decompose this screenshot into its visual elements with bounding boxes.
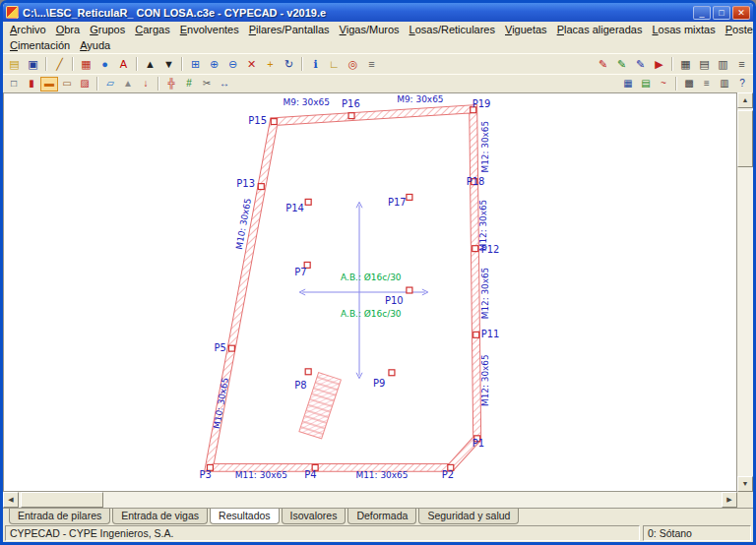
scroll-down-button[interactable]: ▼ — [737, 476, 753, 492]
column-marker[interactable] — [228, 345, 234, 351]
draw-line-icon[interactable]: ╱ — [50, 56, 69, 73]
column-label: P1 — [472, 438, 484, 449]
column-marker[interactable] — [473, 332, 479, 337]
menu-ayuda[interactable]: Ayuda — [75, 38, 115, 52]
menu-losas-mixtas[interactable]: Losas mixtas — [647, 23, 720, 36]
text-icon[interactable]: A — [114, 56, 133, 73]
column-marker[interactable] — [407, 194, 412, 200]
layers-list-icon[interactable]: ≡ — [698, 77, 716, 91]
zoom-out-icon[interactable]: ⊖ — [223, 56, 242, 73]
wall-tool-icon[interactable]: ▭ — [58, 77, 76, 91]
info-icon[interactable]: ℹ — [306, 56, 325, 73]
vertical-scroll-thumb[interactable] — [737, 110, 753, 167]
floor-plan-svg[interactable]: P15P16P19P13P14P17P18P12P7P10P11P5P8P9P1… — [4, 93, 736, 491]
layers-icon[interactable]: ≡ — [362, 56, 381, 73]
scroll-right-button[interactable]: ▶ — [722, 492, 737, 508]
edit-red-pen-icon[interactable]: ✎ — [594, 56, 612, 73]
tab-deformada[interactable]: Deformada — [347, 509, 416, 524]
opening-tool-icon[interactable]: ▱ — [101, 77, 119, 91]
column-marker[interactable] — [389, 370, 395, 376]
menu-pilares-pantallas[interactable]: Pilares/Pantallas — [244, 23, 335, 36]
status-bar: CYPECAD - CYPE Ingenieros, S.A. 0: Sótan… — [3, 524, 753, 542]
isovalues-icon[interactable]: ▤ — [637, 77, 655, 91]
toolbar2-left-group: □▮▬▭▨▱▲↓╬#✂↔ — [5, 77, 233, 91]
edit-blue-pen-icon[interactable]: ✎ — [631, 56, 650, 73]
menu-grupos[interactable]: Grupos — [85, 23, 130, 36]
summary-icon[interactable]: ≡ — [732, 56, 751, 73]
scroll-up-button[interactable]: ▲ — [737, 92, 753, 108]
tab-entrada-de-vigas[interactable]: Entrada de vigas — [112, 509, 208, 524]
toolbar2-right-group: ▦▤~▩≡▥? — [619, 77, 751, 91]
horizontal-scrollbar[interactable]: ◀ ▶ — [3, 492, 737, 508]
column-marker[interactable] — [305, 369, 311, 375]
column-marker[interactable] — [348, 113, 354, 119]
group-selector[interactable]: 0: Sótano — [643, 525, 751, 541]
menu-obra[interactable]: Obra — [51, 23, 85, 36]
zoom-in-icon[interactable]: ⊕ — [205, 56, 223, 73]
menu-envolventes[interactable]: Envolventes — [175, 23, 244, 36]
column-marker[interactable] — [305, 199, 311, 205]
group-up-icon[interactable]: ▲ — [141, 56, 159, 73]
column-marker[interactable] — [271, 119, 277, 125]
section-cut-icon[interactable]: ✂ — [198, 77, 216, 91]
menu-placas-aligeradas[interactable]: Placas aligeradas — [552, 23, 648, 36]
tab-seguridad-y-salud[interactable]: Seguridad y salud — [418, 509, 519, 524]
menu-archivo[interactable]: Archivo — [5, 23, 51, 36]
deformed-icon[interactable]: ~ — [655, 77, 672, 91]
slab-tool-icon[interactable]: ▨ — [76, 77, 94, 91]
menu-losas-reticulares[interactable]: Losas/Reticulares — [405, 23, 500, 36]
column-marker[interactable] — [407, 287, 412, 293]
column-marker[interactable] — [258, 184, 264, 190]
tab-isovalores[interactable]: Isovalores — [282, 509, 346, 524]
menu-bar-row-1: ArchivoObraGruposCargasEnvolventesPilare… — [3, 22, 753, 37]
scroll-left-button[interactable]: ◀ — [3, 492, 19, 508]
menu-cargas[interactable]: Cargas — [130, 23, 174, 36]
zoom-cancel-icon[interactable]: ✕ — [242, 56, 261, 73]
table-report-icon[interactable]: ▦ — [676, 56, 695, 73]
table-list-icon[interactable]: ▥ — [714, 56, 732, 73]
dimension-icon[interactable]: ↔ — [216, 77, 233, 91]
views-grid-icon[interactable]: ▦ — [619, 77, 637, 91]
edit-green-pen-icon[interactable]: ✎ — [612, 56, 631, 73]
menu-cimentación[interactable]: Cimentación — [5, 38, 75, 52]
beam-tool-icon[interactable]: ▬ — [40, 77, 58, 91]
window-title: C:\...\ESC_ReticulaR_ CON LOSA.c3e - CYP… — [23, 7, 693, 19]
table-quant-icon[interactable]: ▤ — [695, 56, 714, 73]
tab-entrada-de-pilares[interactable]: Entrada de pilares — [9, 509, 110, 524]
menu-postesados[interactable]: Postesados — [721, 23, 756, 36]
close-button[interactable]: ✕ — [732, 6, 750, 20]
measure-icon[interactable]: ∟ — [325, 56, 344, 73]
support-tool-icon[interactable]: ▲ — [119, 77, 137, 91]
rebar-icon[interactable]: ╬ — [162, 77, 180, 91]
mesh-icon[interactable]: # — [180, 77, 198, 91]
menu-viguetas[interactable]: Viguetas — [500, 23, 552, 36]
toolbar-separator — [671, 57, 673, 71]
redraw-icon[interactable]: ↻ — [280, 56, 298, 73]
load-tool-icon[interactable]: ↓ — [137, 77, 155, 91]
help-icon[interactable]: ? — [733, 77, 751, 91]
menu-vigas-muros[interactable]: Vigas/Muros — [335, 23, 405, 36]
drawing-canvas[interactable]: P15P16P19P13P14P17P18P12P7P10P11P5P8P9P1… — [3, 92, 737, 492]
print-view-icon[interactable]: ▥ — [716, 77, 733, 91]
marker-icon[interactable]: ▶ — [650, 56, 668, 73]
toolbar-separator — [96, 77, 98, 91]
minimize-button[interactable]: _ — [693, 6, 711, 20]
grid-dense-icon[interactable]: ▩ — [680, 77, 698, 91]
wall-outline[interactable] — [209, 109, 476, 468]
open-icon[interactable]: ▤ — [5, 56, 24, 73]
group-down-icon[interactable]: ▼ — [159, 56, 178, 73]
maximize-button[interactable]: □ — [713, 6, 730, 20]
zoom-window-icon[interactable]: ⊞ — [186, 56, 205, 73]
save-icon[interactable]: ▣ — [24, 56, 42, 73]
origin-icon[interactable]: ◎ — [344, 56, 362, 73]
beam-label: M10: 30x65 — [212, 377, 230, 429]
vertical-scrollbar[interactable]: ▲ ▼ — [737, 92, 753, 492]
column-tool-icon[interactable]: ▮ — [23, 77, 40, 91]
beam-grid-icon[interactable]: ▦ — [77, 56, 95, 73]
pan-icon[interactable]: + — [261, 56, 280, 73]
horizontal-scroll-thumb[interactable] — [21, 492, 103, 508]
beam-label: M9: 30x65 — [283, 97, 329, 107]
new-view-icon[interactable]: □ — [5, 77, 23, 91]
ink-icon[interactable]: ● — [95, 56, 114, 73]
tab-resultados[interactable]: Resultados — [210, 509, 280, 524]
